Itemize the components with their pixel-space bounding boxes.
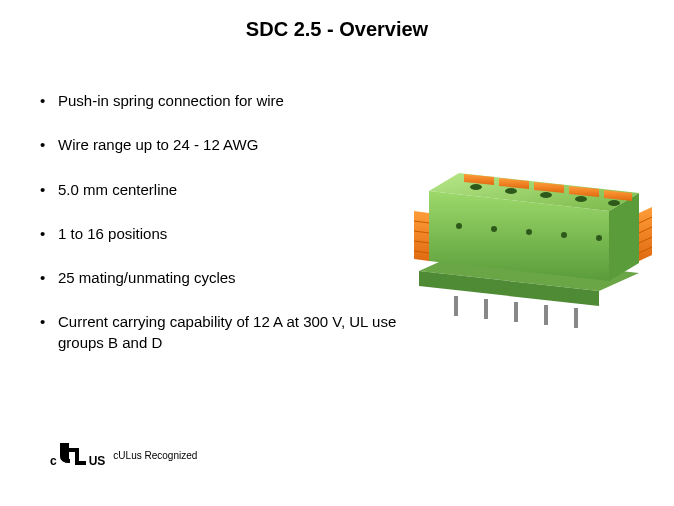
list-item: 5.0 mm centerline bbox=[40, 180, 404, 200]
content-area: Push-in spring connection for wire Wire … bbox=[0, 41, 674, 377]
page-title: SDC 2.5 - Overview bbox=[0, 0, 674, 41]
svg-point-20 bbox=[456, 223, 462, 229]
cert-suffix: US bbox=[89, 454, 106, 468]
list-item: Push-in spring connection for wire bbox=[40, 91, 404, 111]
svg-rect-2 bbox=[454, 296, 458, 316]
ul-recognized-icon: c US bbox=[50, 443, 105, 468]
list-item: 25 mating/unmating cycles bbox=[40, 268, 404, 288]
product-image bbox=[404, 131, 654, 331]
svg-rect-6 bbox=[574, 308, 578, 328]
svg-marker-25 bbox=[414, 211, 429, 261]
svg-point-21 bbox=[491, 226, 497, 232]
feature-list: Push-in spring connection for wire Wire … bbox=[40, 91, 404, 377]
certification-mark: c US cULus Recognized bbox=[50, 443, 197, 468]
svg-point-24 bbox=[596, 235, 602, 241]
svg-point-22 bbox=[526, 229, 532, 235]
svg-point-23 bbox=[561, 232, 567, 238]
connector-icon bbox=[404, 131, 654, 331]
list-item: 1 to 16 positions bbox=[40, 224, 404, 244]
svg-point-17 bbox=[540, 192, 552, 198]
list-item: Current carrying capability of 12 A at 3… bbox=[40, 312, 404, 353]
svg-point-15 bbox=[470, 184, 482, 190]
svg-point-18 bbox=[575, 196, 587, 202]
svg-rect-4 bbox=[514, 302, 518, 322]
svg-rect-3 bbox=[484, 299, 488, 319]
cert-label: cULus Recognized bbox=[113, 450, 197, 461]
svg-point-16 bbox=[505, 188, 517, 194]
list-item: Wire range up to 24 - 12 AWG bbox=[40, 135, 404, 155]
cert-prefix: c bbox=[50, 454, 57, 468]
svg-marker-30 bbox=[639, 207, 652, 261]
svg-rect-5 bbox=[544, 305, 548, 325]
svg-point-19 bbox=[608, 200, 620, 206]
